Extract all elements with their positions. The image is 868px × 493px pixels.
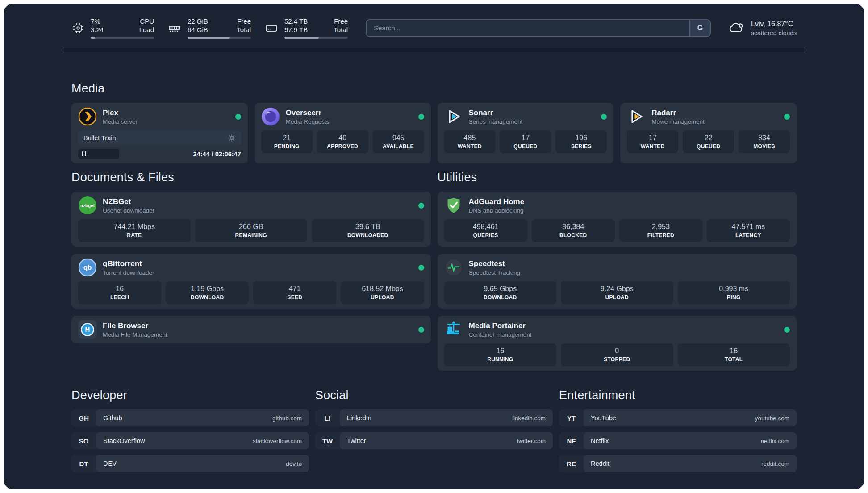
card-nzbget[interactable]: nzbget NZBGet Usenet downloader 74 xyxy=(71,192,431,246)
disk-progress-fill xyxy=(284,37,319,39)
stat-box: 498,461 QUERIES xyxy=(444,219,527,242)
status-dot xyxy=(601,114,607,120)
bookmark-stackoverflow[interactable]: SO StackOverflow stackoverflow.com xyxy=(71,432,309,449)
memory-progress-fill xyxy=(188,37,230,39)
pause-button[interactable] xyxy=(78,149,119,159)
stat-box: 16 LEECH xyxy=(78,281,161,304)
weather-widget: Lviv, 16.87°C scattered clouds xyxy=(727,19,797,37)
bookmark-abbr: NF xyxy=(559,432,584,449)
card-filebrowser[interactable]: File Browser Media File Management xyxy=(71,316,431,343)
bookmark-reddit[interactable]: RE Reddit reddit.com xyxy=(559,455,797,472)
svg-text:nzbget: nzbget xyxy=(80,203,95,208)
app-name: Overseerr xyxy=(286,108,330,117)
memory-monitor: 22 GiB 64 GiB Free Total xyxy=(167,17,251,39)
bookmark-name: Reddit xyxy=(591,460,609,467)
bookmark-twitter[interactable]: TW Twitter twitter.com xyxy=(315,432,553,449)
bookmark-abbr: TW xyxy=(315,432,340,449)
stat-box: 16 TOTAL xyxy=(678,343,790,366)
bookmark-name: LinkedIn xyxy=(347,414,371,422)
card-overseerr[interactable]: Overseerr Media Requests 21 PENDING 40 A… xyxy=(255,103,431,163)
bookmark-github[interactable]: GH Github github.com xyxy=(71,409,309,426)
playback-time: 24:44 / 02:06:47 xyxy=(193,150,241,158)
stat-box: 9.24 Gbps UPLOAD xyxy=(561,281,673,304)
status-dot xyxy=(784,327,790,333)
stat-box: 22 QUEUED xyxy=(683,130,734,153)
app-description: Speedtest Tracking xyxy=(469,269,521,276)
bookmark-youtube[interactable]: YT YouTube youtube.com xyxy=(559,409,797,426)
status-dot xyxy=(418,203,424,209)
bookmark-url: github.com xyxy=(272,415,302,422)
bookmark-abbr: RE xyxy=(559,455,584,472)
app-description: Series management xyxy=(469,118,523,125)
nzbget-icon: nzbget xyxy=(78,196,97,215)
section-title-media: Media xyxy=(71,82,797,96)
now-playing-title: Bullet Train xyxy=(83,134,116,142)
radarr-icon xyxy=(627,107,646,126)
bookmark-url: dev.to xyxy=(286,460,302,467)
stat-box: 39.6 TB DOWNLOADED xyxy=(312,219,424,242)
stat-box: 17 QUEUED xyxy=(500,130,551,153)
bookmark-dev[interactable]: DT DEV dev.to xyxy=(71,455,309,472)
bookmark-linkedin[interactable]: LI LinkedIn linkedin.com xyxy=(315,409,553,426)
section-title-developer: Developer xyxy=(71,389,309,402)
stat-box: 47.571 ms LATENCY xyxy=(707,219,790,242)
bookmark-url: twitter.com xyxy=(517,438,546,444)
app-name: Sonarr xyxy=(469,108,523,117)
gear-icon[interactable] xyxy=(228,134,236,142)
section-social: Social LI LinkedIn linkedin.com TW Twitt… xyxy=(315,389,553,472)
stat-box: 945 AVAILABLE xyxy=(373,130,424,153)
card-adguard[interactable]: AdGuard Home DNS and adblocking 498,461 … xyxy=(438,192,797,246)
app-name: File Browser xyxy=(103,321,167,330)
bookmark-abbr: GH xyxy=(71,409,96,426)
memory-progress-track xyxy=(188,37,251,39)
memory-total-label: Total xyxy=(237,25,251,34)
search-bar: G xyxy=(366,19,711,37)
search-provider-button[interactable]: G xyxy=(689,20,710,36)
bookmark-abbr: SO xyxy=(71,432,96,449)
app-description: Media server xyxy=(103,118,138,125)
section-title-social: Social xyxy=(315,389,553,402)
bookmark-url: youtube.com xyxy=(755,415,789,422)
stat-box: 86,384 BLOCKED xyxy=(532,219,615,242)
card-radarr[interactable]: Radarr Movie management 17 WANTED 22 QUE… xyxy=(620,103,797,163)
plex-now-playing: Bullet Train 24:44 / 02:06:47 xyxy=(78,131,241,159)
memory-free-label: Free xyxy=(237,17,251,25)
disk-total-label: Total xyxy=(334,25,348,34)
app-name: Radarr xyxy=(651,108,705,117)
header-divider xyxy=(63,50,805,50)
stat-box: 0 STOPPED xyxy=(561,343,673,366)
app-description: Movie management xyxy=(651,118,705,125)
section-developer: Developer GH Github github.com SO StackO… xyxy=(71,389,309,472)
card-speedtest[interactable]: Speedtest Speedtest Tracking 9.65 Gbps D… xyxy=(438,254,797,309)
load-label: Load xyxy=(139,25,154,34)
weather-location-temp: Lviv, 16.87°C xyxy=(751,20,797,29)
search-input[interactable] xyxy=(366,19,711,37)
status-dot xyxy=(418,114,424,120)
app-description: Torrent downloader xyxy=(103,269,154,276)
bookmark-netflix[interactable]: NF Netflix netflix.com xyxy=(559,432,797,449)
card-sonarr[interactable]: Sonarr Series management 485 WANTED 17 Q… xyxy=(438,103,614,163)
cpu-load-value: 3.24 xyxy=(91,25,104,34)
memory-free-value: 22 GiB xyxy=(188,17,208,25)
app-description: DNS and adblocking xyxy=(469,207,525,214)
stat-box: 485 WANTED xyxy=(444,130,496,153)
status-dot xyxy=(784,114,790,120)
card-qbittorrent[interactable]: qb qBittorrent Torrent downloader xyxy=(71,254,431,309)
portainer-icon xyxy=(444,320,463,339)
bookmark-url: linkedin.com xyxy=(512,415,546,422)
disk-total-value: 97.9 TB xyxy=(284,25,308,34)
app-name: Media Portainer xyxy=(469,321,532,330)
card-plex[interactable]: Plex Media server Bullet Train xyxy=(71,103,248,163)
section-utilities: Utilities AdGuard Home xyxy=(438,171,797,371)
stat-box: 40 APPROVED xyxy=(317,130,368,153)
resource-monitors: 7% 3.24 CPU Load xyxy=(71,17,348,39)
cpu-progress-track xyxy=(91,37,154,39)
stat-box: 618.52 Mbps UPLOAD xyxy=(341,281,424,304)
filebrowser-icon xyxy=(78,320,97,339)
app-name: Speedtest xyxy=(469,259,521,268)
cloud-icon xyxy=(727,19,745,37)
memory-total-value: 64 GiB xyxy=(188,25,208,34)
card-portainer[interactable]: Media Portainer Container management 16 … xyxy=(438,316,797,371)
bookmark-name: StackOverflow xyxy=(103,437,145,444)
status-dot xyxy=(235,114,241,120)
